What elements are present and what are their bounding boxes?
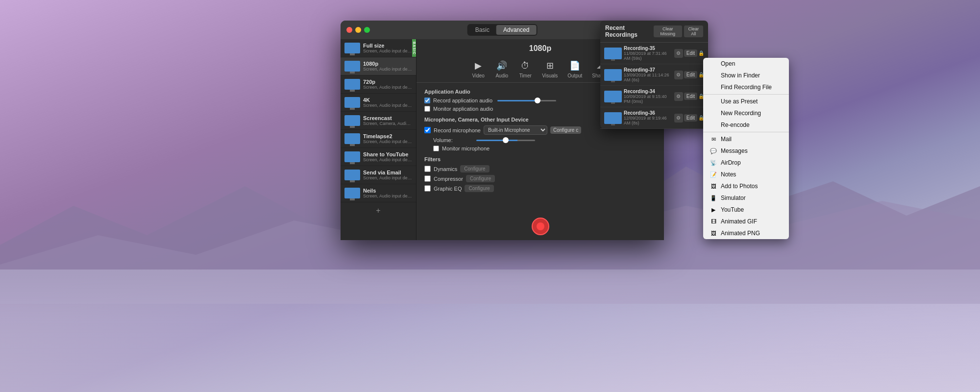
- add-preset-button[interactable]: +: [341, 202, 416, 219]
- recording-name-0: Recording-35: [624, 46, 672, 51]
- filter-checkbox-2[interactable]: [424, 185, 431, 192]
- clear-missing-button[interactable]: Clear Missing: [654, 25, 682, 37]
- toolbar-item-output[interactable]: 📄 Output: [567, 60, 582, 78]
- record-microphone-label: Record microphone: [434, 127, 481, 133]
- context-menu-item-open[interactable]: Open: [703, 58, 789, 70]
- recent-recordings-panel: Recent Recordings Clear Missing Clear Al…: [600, 21, 708, 129]
- tab-group: Basic Advanced: [467, 24, 538, 36]
- sidebar-item-name-0: Full size: [363, 43, 412, 49]
- sidebar-item-8[interactable]: Neils Screen, Audio input device,...: [341, 184, 416, 202]
- sidebar-item-name-4: Screencast: [363, 115, 412, 121]
- tab-basic[interactable]: Basic: [468, 25, 496, 35]
- ctx-item-label-13: Animated GIF: [721, 218, 757, 225]
- ctx-icon-11: 📱: [710, 195, 717, 201]
- monitor-microphone-row: Monitor microphone: [424, 146, 656, 151]
- tab-advanced[interactable]: Advanced: [496, 25, 536, 35]
- context-menu-item-notes[interactable]: 📝 Notes: [703, 169, 789, 180]
- sidebar-item-0[interactable]: Full size Screen, Audio input device BAS…: [341, 39, 416, 57]
- recording-gear-btn-0[interactable]: ⚙: [674, 49, 683, 58]
- microphone-select[interactable]: Built-in Microphone: [484, 125, 547, 135]
- sidebar-item-1[interactable]: 1080p Screen, Audio input device,...: [341, 57, 416, 75]
- ctx-icon-placeholder-${i}: [710, 110, 717, 117]
- context-menu-item-find-recording-file[interactable]: Find Recording File: [703, 81, 789, 93]
- timer-icon: ⏱: [518, 60, 532, 72]
- ctx-icon-8: 📡: [710, 159, 717, 166]
- maximize-button[interactable]: [364, 27, 370, 33]
- filter-checkbox-1[interactable]: [424, 175, 431, 182]
- context-menu-item-show-in-finder[interactable]: Show in Finder: [703, 70, 789, 81]
- filter-configure-btn-1[interactable]: Configure: [466, 175, 495, 182]
- context-menu-item-re-encode[interactable]: Re-encode: [703, 119, 789, 131]
- recording-edit-btn-2[interactable]: Edit: [684, 93, 697, 100]
- configure-microphone-button[interactable]: Configure c: [550, 126, 581, 134]
- sidebar-item-sub-6: Screen, Audio input device,...: [363, 157, 412, 162]
- minimize-button[interactable]: [355, 27, 361, 33]
- context-menu-item-airdrop[interactable]: 📡 AirDrop: [703, 157, 789, 169]
- sidebar-item-text-6: Share to YouTube Screen, Audio input dev…: [363, 151, 412, 162]
- water-reflection: [0, 270, 980, 392]
- close-button[interactable]: [346, 27, 352, 33]
- sidebar-item-5[interactable]: Timelapse2 Screen, Audio input device,..…: [341, 130, 416, 148]
- sidebar-item-6[interactable]: Share to YouTube Screen, Audio input dev…: [341, 148, 416, 166]
- toolbar-item-timer[interactable]: ⏱ Timer: [518, 60, 532, 78]
- context-menu-item-new-recording[interactable]: New Recording: [703, 107, 789, 119]
- ctx-icon-13: 🎞: [710, 218, 717, 225]
- context-menu-item-simulator[interactable]: 📱 Simulator: [703, 192, 789, 204]
- sidebar-item-sub-5: Screen, Audio input device,...: [363, 139, 412, 144]
- recording-btns-2: ⚙ Edit 🔒: [674, 92, 704, 101]
- filters-section: Filters Dynamics Configure Compressor Co…: [424, 156, 656, 192]
- ctx-item-label-1: Show in Finder: [721, 72, 760, 79]
- context-menu-item-animated-gif[interactable]: 🎞 Animated GIF: [703, 216, 789, 227]
- filter-configure-btn-0[interactable]: Configure: [460, 165, 489, 172]
- toolbar-item-audio[interactable]: 🔊 Audio: [495, 60, 509, 78]
- ctx-item-label-0: Open: [721, 60, 735, 67]
- recording-lock-icon-0: 🔒: [698, 50, 704, 56]
- filter-row-2: Graphic EQ Configure: [424, 185, 656, 192]
- ctx-item-label-5: Re-encode: [721, 122, 750, 128]
- ctx-icon-10: 🖼: [710, 183, 717, 190]
- ctx-icon-9: 📝: [710, 171, 717, 178]
- monitor-microphone-checkbox[interactable]: [433, 146, 439, 151]
- context-menu-item-messages[interactable]: 💬 Messages: [703, 145, 789, 157]
- recording-item-1: Recording-37 13/09/2019 at 11:14:26 AM (…: [600, 64, 708, 86]
- sidebar-item-2[interactable]: 720p Screen, Audio input device,...: [341, 75, 416, 94]
- clear-all-button[interactable]: Clear All: [684, 25, 703, 37]
- sidebar-item-3[interactable]: 4K Screen, Audio input device,...: [341, 94, 416, 112]
- sidebar-item-name-6: Share to YouTube: [363, 151, 412, 157]
- filter-checkbox-0[interactable]: [424, 166, 431, 172]
- toolbar-item-video[interactable]: ▶ Video: [471, 60, 485, 78]
- record-button[interactable]: [532, 218, 549, 235]
- record-microphone-checkbox[interactable]: [424, 127, 431, 133]
- context-menu-item-add-to-photos[interactable]: 🖼 Add to Photos: [703, 180, 789, 192]
- ctx-icon-placeholder-${i}: [710, 84, 717, 91]
- context-menu-item-use-as-preset[interactable]: Use as Preset: [703, 96, 789, 107]
- monitor-app-audio-checkbox[interactable]: [424, 106, 430, 112]
- context-menu-item-mail[interactable]: ✉ Mail: [703, 133, 789, 145]
- ctx-item-label-14: Animated PNG: [721, 230, 760, 237]
- recording-edit-btn-1[interactable]: Edit: [684, 71, 697, 78]
- volume-slider[interactable]: [476, 140, 535, 141]
- filter-configure-btn-2[interactable]: Configure: [465, 185, 493, 192]
- recording-edit-btn-0[interactable]: Edit: [684, 49, 697, 57]
- sidebar-item-7[interactable]: Send via Email Screen, Audio input devic…: [341, 166, 416, 184]
- recording-gear-btn-2[interactable]: ⚙: [674, 92, 683, 101]
- toolbar-item-visuals[interactable]: ⊞ Visuals: [542, 60, 558, 78]
- basic-badge: BASIC: [412, 39, 416, 57]
- record-app-audio-checkbox[interactable]: [424, 98, 430, 103]
- sidebar-item-4[interactable]: Screencast Screen, Camera, Audio input..…: [341, 112, 416, 130]
- app-audio-slider[interactable]: [497, 100, 556, 101]
- video-label: Video: [472, 73, 485, 78]
- recording-gear-btn-1[interactable]: ⚙: [674, 71, 683, 79]
- context-menu-item-animated-png[interactable]: 🖼 Animated PNG: [703, 227, 789, 239]
- context-menu-item-youtube[interactable]: ▶ YouTube: [703, 204, 789, 216]
- sidebar-item-text-3: 4K Screen, Audio input device,...: [363, 97, 412, 108]
- audio-icon: 🔊: [495, 60, 509, 72]
- recording-thumb-3: [604, 112, 622, 124]
- recording-info-2: Recording-34 10/09/2019 at 9:15:40 PM (0…: [624, 89, 672, 104]
- recording-gear-btn-3[interactable]: ⚙: [674, 114, 683, 122]
- recording-thumb-2: [604, 91, 622, 102]
- ctx-item-label-6: Mail: [721, 136, 732, 143]
- filters-list: Dynamics Configure Compressor Configure …: [424, 165, 656, 192]
- recording-edit-btn-3[interactable]: Edit: [684, 114, 697, 122]
- monitor-icon-4: [344, 115, 360, 126]
